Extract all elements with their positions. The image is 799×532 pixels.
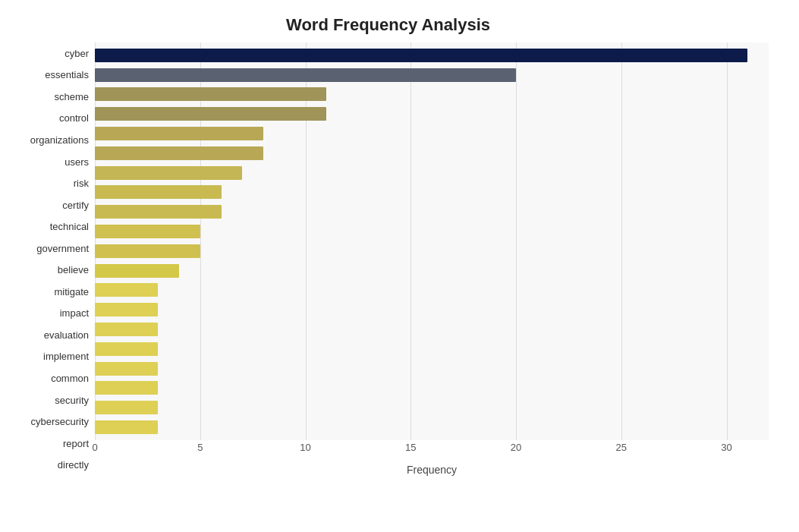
- y-axis: cyberessentialsschemecontrolorganization…: [8, 42, 95, 476]
- y-label: evaluation: [8, 326, 89, 344]
- bar: [95, 323, 158, 336]
- y-label: report: [8, 434, 89, 452]
- bar-row: [95, 419, 769, 436]
- grid-and-bars: [95, 42, 769, 440]
- bar: [95, 342, 158, 356]
- bar-row: [95, 360, 769, 377]
- bar: [95, 264, 179, 278]
- bar: [95, 244, 200, 258]
- x-axis-labels: 051015202530: [95, 442, 769, 461]
- bar-row: [95, 301, 769, 318]
- bar: [95, 87, 326, 101]
- y-label: control: [8, 109, 89, 127]
- bar-row: [95, 282, 769, 298]
- y-label: users: [8, 153, 89, 171]
- y-label: organizations: [8, 131, 89, 149]
- y-label: technical: [8, 218, 89, 236]
- x-tick: 5: [197, 442, 203, 453]
- bar: [95, 303, 158, 316]
- x-tick: 10: [300, 442, 310, 453]
- bar: [95, 68, 516, 82]
- bar-row: [95, 263, 769, 279]
- bar: [95, 166, 242, 180]
- y-label: certify: [8, 196, 89, 214]
- y-label: essentials: [8, 66, 89, 84]
- bar: [95, 146, 263, 160]
- y-label: implement: [8, 348, 89, 366]
- chart-container: Word Frequency Analysis cyberessentialss…: [0, 0, 799, 532]
- y-label: believe: [8, 261, 89, 279]
- bar-row: [95, 223, 769, 240]
- bar: [95, 127, 263, 140]
- bar-row: [95, 321, 769, 338]
- y-label: cybersecurity: [8, 413, 89, 431]
- x-tick: 15: [405, 442, 416, 453]
- chart-area: cyberessentialsschemecontrolorganization…: [8, 42, 769, 476]
- bar: [95, 420, 158, 434]
- bar-row: [95, 379, 769, 396]
- y-label: impact: [8, 304, 89, 323]
- x-axis-title: Frequency: [95, 464, 769, 476]
- x-tick: 25: [616, 442, 627, 453]
- x-tick: 30: [721, 442, 731, 453]
- bar: [95, 107, 326, 121]
- bar: [95, 401, 158, 414]
- bar-row: [95, 203, 769, 220]
- bar-row: [95, 184, 769, 200]
- bar: [95, 362, 158, 376]
- bar-row: [95, 243, 769, 260]
- y-label: security: [8, 391, 89, 409]
- bar: [95, 49, 747, 62]
- x-tick: 0: [92, 442, 97, 453]
- bars-wrapper: [95, 42, 769, 440]
- bar-row: [95, 145, 769, 162]
- bar-row: [95, 47, 769, 64]
- bar-row: [95, 399, 769, 416]
- bar: [95, 381, 158, 395]
- y-label: scheme: [8, 87, 89, 105]
- y-label: directly: [8, 456, 89, 474]
- bar-row: [95, 86, 769, 102]
- bar: [95, 283, 158, 297]
- bar-row: [95, 341, 769, 357]
- y-label: mitigate: [8, 282, 89, 301]
- bar: [95, 185, 222, 199]
- bar-row: [95, 165, 769, 181]
- y-label: risk: [8, 175, 89, 193]
- bar-row: [95, 105, 769, 122]
- x-tick: 20: [511, 442, 521, 453]
- y-label: common: [8, 369, 89, 387]
- bar: [95, 205, 222, 219]
- bar-row: [95, 125, 769, 142]
- bar-row: [95, 67, 769, 83]
- plot-area: 051015202530 Frequency: [95, 42, 769, 476]
- bar: [95, 225, 200, 238]
- chart-title: Word Frequency Analysis: [8, 15, 769, 35]
- y-label: cyber: [8, 44, 89, 62]
- y-label: government: [8, 239, 89, 257]
